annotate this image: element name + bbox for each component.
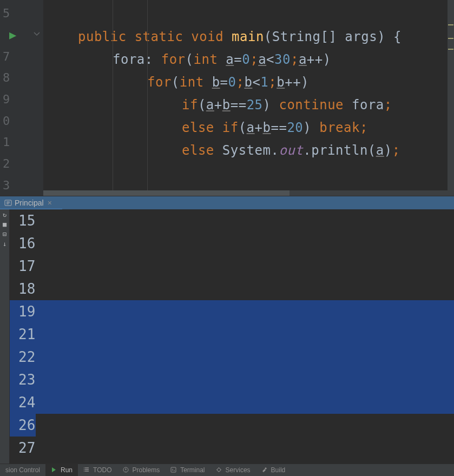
gutter-line: 5 bbox=[0, 3, 43, 24]
console-line[interactable]: 21 bbox=[10, 323, 454, 346]
tool-window-label: Services bbox=[226, 466, 251, 474]
code-editor[interactable]: 5 ▶ 7 8 9 0 1 2 3 public static void mai… bbox=[0, 0, 454, 196]
tool-window-button[interactable]: TODO bbox=[78, 464, 117, 476]
console-line[interactable]: 22 bbox=[10, 346, 454, 368]
run-config-icon bbox=[4, 199, 12, 207]
tool-window-button[interactable]: Services bbox=[210, 464, 256, 476]
svc-icon bbox=[216, 467, 223, 474]
code-line[interactable] bbox=[43, 3, 454, 25]
gutter-line: 0 bbox=[0, 110, 43, 131]
rerun-icon[interactable]: ↻ bbox=[1, 211, 9, 219]
gutter-line: 2 bbox=[0, 153, 43, 175]
warn-icon bbox=[123, 467, 130, 474]
console-line[interactable]: 27 bbox=[18, 437, 454, 459]
gutter-line: 8 bbox=[0, 67, 43, 89]
gutter-line: ▶ bbox=[0, 24, 43, 46]
tool-window-button[interactable]: Build bbox=[256, 464, 291, 476]
gutter-line: 1 bbox=[0, 131, 43, 153]
tool-window-label: sion Control bbox=[5, 466, 40, 474]
error-stripe[interactable] bbox=[448, 0, 454, 196]
console-line[interactable]: 16 bbox=[18, 232, 454, 255]
run-toolbar: ↻ ■ ⊟ ↓ bbox=[0, 209, 10, 464]
console-line[interactable]: 24 bbox=[10, 391, 454, 414]
tool-window-label: Problems bbox=[133, 466, 160, 474]
tool-window-label: Build bbox=[271, 466, 286, 474]
tool-window-button[interactable]: Run bbox=[45, 464, 78, 476]
list-icon bbox=[83, 467, 90, 474]
run-gutter-icon[interactable]: ▶ bbox=[9, 28, 16, 42]
console-line[interactable]: 18 bbox=[18, 277, 454, 300]
console-line[interactable]: 19 bbox=[10, 300, 454, 323]
tool-window-label: Run bbox=[61, 466, 73, 474]
console-line[interactable]: 17 bbox=[18, 255, 454, 277]
gutter-line: 3 bbox=[0, 174, 43, 196]
term-icon bbox=[170, 467, 177, 474]
code-line[interactable]: for(int b=0;b<1;b++) bbox=[43, 71, 454, 94]
console-line[interactable]: 26 bbox=[18, 414, 454, 437]
fold-icon[interactable] bbox=[33, 30, 41, 40]
code-line[interactable] bbox=[43, 162, 454, 184]
tool-window-button[interactable]: Problems bbox=[117, 464, 166, 476]
hammer-icon bbox=[261, 467, 268, 474]
layout-icon[interactable]: ⊟ bbox=[1, 230, 9, 238]
code-content[interactable]: public static void main(String[] args) {… bbox=[43, 0, 454, 196]
tool-window-label: TODO bbox=[93, 466, 111, 474]
code-line[interactable]: if(a+b==25) continue fora; bbox=[43, 94, 454, 116]
play-icon bbox=[51, 467, 58, 474]
close-icon[interactable]: × bbox=[48, 199, 52, 207]
code-line[interactable]: else System.out.println(a); bbox=[43, 139, 454, 162]
console-output[interactable]: 151617181921222324262728 bbox=[10, 209, 454, 464]
editor-gutter: 5 ▶ 7 8 9 0 1 2 3 bbox=[0, 0, 43, 196]
tool-window-label: Terminal bbox=[180, 466, 205, 474]
tool-window-button[interactable]: Terminal bbox=[165, 464, 210, 476]
code-line[interactable]: fora: for(int a=0;a<30;a++) bbox=[43, 48, 454, 71]
down-icon[interactable]: ↓ bbox=[1, 240, 9, 248]
gutter-line: 7 bbox=[0, 45, 43, 67]
run-tab-bar: Principal × bbox=[0, 196, 454, 209]
stop-icon[interactable]: ■ bbox=[1, 221, 9, 228]
console-line[interactable]: 15 bbox=[18, 209, 454, 232]
console-line[interactable]: 23 bbox=[10, 368, 454, 391]
run-tab[interactable]: Principal × bbox=[0, 199, 56, 207]
tab-label: Principal bbox=[15, 199, 44, 207]
svg-point-3 bbox=[217, 468, 220, 471]
tool-window-button[interactable]: sion Control bbox=[0, 464, 45, 476]
tool-window-bar: sion ControlRunTODOProblemsTerminalServi… bbox=[0, 464, 454, 476]
gutter-line: 9 bbox=[0, 89, 43, 110]
code-line[interactable]: else if(a+b==20) break; bbox=[43, 116, 454, 139]
code-line[interactable]: public static void main(String[] args) { bbox=[43, 25, 454, 48]
horizontal-scrollbar[interactable] bbox=[43, 190, 454, 196]
run-output-panel: ↻ ■ ⊟ ↓ 151617181921222324262728 bbox=[0, 209, 454, 464]
